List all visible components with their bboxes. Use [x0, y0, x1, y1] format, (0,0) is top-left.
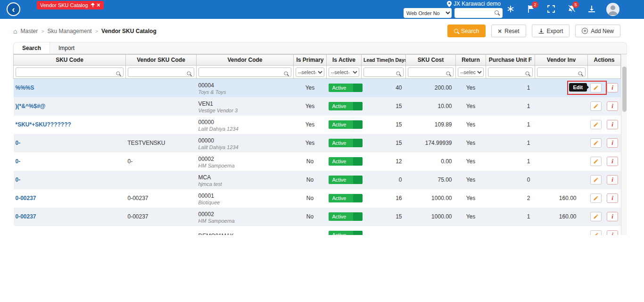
search-icon	[396, 71, 400, 75]
filter-is-active-select[interactable]: --select-	[329, 67, 359, 77]
active-status-badge[interactable]: Active	[329, 212, 363, 221]
back-button[interactable]: ‹	[7, 2, 20, 16]
search-icon[interactable]	[495, 10, 499, 15]
col-return[interactable]: Return	[456, 55, 486, 66]
tab-import[interactable]: Import	[50, 42, 83, 54]
tab-search[interactable]: Search	[14, 42, 50, 54]
lead-time-cell: 16	[362, 189, 406, 208]
sku-code-link[interactable]: )(*&^%$#@	[16, 103, 46, 109]
info-button[interactable]: i	[607, 138, 618, 148]
info-button[interactable]: i	[607, 157, 618, 166]
return-cell: Yes	[456, 208, 486, 226]
asterisk-icon[interactable]	[506, 5, 515, 13]
edit-button[interactable]	[590, 175, 602, 185]
col-vendor-sku-code[interactable]: Vendor SKU Code	[126, 55, 197, 66]
info-button[interactable]: i	[607, 212, 618, 221]
filter-sku-code-input[interactable]	[16, 67, 124, 77]
is-active-cell: Active	[327, 189, 362, 208]
sku-cost-cell: 10.00	[406, 97, 456, 116]
table-body: %%%S 00004 Toys & Toys Yes Active 40 200…	[14, 79, 621, 235]
notifications-off-icon[interactable]: 5	[567, 5, 576, 13]
info-button[interactable]: i	[607, 193, 618, 203]
info-button[interactable]: i	[607, 101, 618, 111]
info-button[interactable]: i	[607, 175, 618, 185]
open-page-tab[interactable]: Vendor SKU Catalog ×	[37, 1, 104, 9]
filter-is-primary-select[interactable]: --select-	[296, 67, 324, 77]
edit-button[interactable]	[590, 101, 602, 111]
purchase-unit-cell	[486, 226, 535, 235]
vendor-code-cell: 00000 Lalit Dahiya 1234	[197, 134, 294, 152]
notifications-badge: 5	[572, 1, 579, 8]
info-button[interactable]: i	[607, 120, 618, 129]
active-status-badge[interactable]: Active	[329, 176, 363, 184]
pin-icon[interactable]	[91, 3, 95, 8]
edit-button[interactable]	[590, 83, 602, 92]
filter-row: --select- --select- --select-	[14, 66, 621, 79]
edit-button[interactable]	[590, 138, 602, 148]
search-icon	[578, 71, 582, 75]
col-purchase-unit[interactable]: Purchase Unit F	[486, 55, 535, 66]
table-row: 0- TESTVENSKU 00000 Lalit Dahiya 1234 Ye…	[14, 134, 621, 152]
active-status-badge[interactable]: Active	[329, 194, 363, 202]
search-button[interactable]: Search	[447, 25, 486, 37]
vendor-inv-cell: 160.00	[535, 189, 588, 208]
info-button[interactable]: i	[607, 83, 618, 92]
edit-button[interactable]	[590, 193, 602, 203]
vendor-inv-cell	[535, 152, 588, 171]
red-tab-label: Vendor SKU Catalog	[40, 2, 88, 8]
export-button[interactable]: Export	[532, 25, 570, 37]
info-icon: i	[611, 231, 613, 235]
col-sku-code[interactable]: SKU Code	[14, 55, 126, 66]
col-lead-time[interactable]: Lead Time(In Days)	[362, 55, 406, 66]
is-primary-cell: No	[294, 208, 327, 226]
add-new-button[interactable]: + Add New	[575, 25, 620, 37]
sku-code-link[interactable]: 0-	[16, 158, 21, 165]
vertical-scrollbar[interactable]	[621, 54, 627, 235]
active-status-badge[interactable]: Active	[329, 84, 363, 92]
scrollbar-thumb[interactable]	[622, 67, 627, 112]
order-type-select[interactable]: Web Order No	[404, 8, 452, 18]
filter-vendor-code-input[interactable]	[198, 67, 291, 77]
user-avatar[interactable]	[606, 3, 619, 16]
filter-return-select[interactable]: --select-	[458, 67, 484, 77]
lead-time-cell: 15	[362, 97, 406, 116]
return-cell: Yes	[456, 171, 486, 189]
home-icon[interactable]: ⌂	[13, 27, 17, 35]
edit-button[interactable]	[590, 230, 602, 235]
return-cell: Yes	[456, 97, 486, 116]
flag-icon[interactable]: 2	[527, 5, 535, 13]
edit-button[interactable]	[590, 157, 602, 166]
sku-code-link[interactable]: %%%S	[16, 84, 34, 91]
vendor-inv-cell	[535, 226, 588, 235]
sku-code-link[interactable]: 0-00237	[16, 213, 36, 220]
edit-button[interactable]	[590, 120, 602, 129]
download-icon[interactable]	[587, 5, 596, 13]
filter-vendor-sku-input[interactable]	[128, 67, 194, 77]
vendor-inv-cell	[535, 97, 588, 116]
active-status-badge[interactable]: Active	[329, 231, 363, 235]
reset-button[interactable]: × Reset	[491, 25, 526, 37]
breadcrumb-master[interactable]: Master	[20, 28, 38, 34]
breadcrumb-sku-management[interactable]: Sku Management	[48, 28, 92, 34]
sku-code-link[interactable]: 0-00237	[16, 195, 36, 201]
sku-code-link[interactable]: 0-	[16, 140, 21, 146]
active-status-badge[interactable]: Active	[329, 120, 363, 129]
info-icon: i	[611, 84, 613, 92]
col-is-active[interactable]: Is Active	[327, 55, 362, 66]
fullscreen-icon[interactable]	[547, 5, 555, 13]
close-tab-icon[interactable]: ×	[97, 2, 100, 8]
info-button[interactable]: i	[607, 230, 618, 235]
col-vendor-inv[interactable]: Vendor Inv	[535, 55, 588, 66]
active-status-badge[interactable]: Active	[329, 102, 363, 110]
col-vendor-code[interactable]: Vendor Code	[197, 55, 294, 66]
sku-code-link[interactable]: *SKU*+SKU???????	[16, 121, 71, 128]
active-status-badge[interactable]: Active	[329, 139, 363, 147]
info-icon: i	[611, 213, 613, 220]
purchase-unit-cell: 1	[486, 208, 535, 226]
col-is-primary[interactable]: Is Primary	[294, 55, 327, 66]
active-status-badge[interactable]: Active	[329, 157, 363, 166]
edit-button[interactable]	[590, 212, 602, 221]
search-icon	[454, 29, 458, 33]
col-sku-cost[interactable]: SKU Cost	[406, 55, 456, 66]
sku-code-link[interactable]: 0-	[16, 176, 21, 183]
